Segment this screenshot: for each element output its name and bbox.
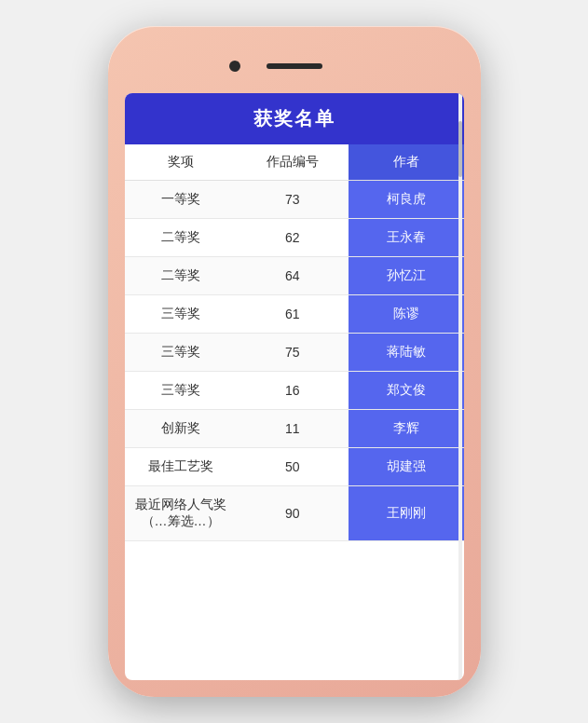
table-row: 最佳工艺奖50胡建强 (125, 448, 464, 486)
table-row: 二等奖64孙忆江 (125, 257, 464, 295)
scrollbar-thumb[interactable] (458, 121, 462, 177)
table-title: 获奖名单 (125, 93, 464, 144)
header-author: 作者 (349, 144, 464, 181)
table-row: 三等奖16郑文俊 (125, 372, 464, 410)
cell-id: 75 (237, 334, 349, 372)
cell-award: 三等奖 (125, 334, 237, 372)
phone-top-bar (125, 43, 464, 89)
table-row: 一等奖73柯良虎 (125, 181, 464, 219)
header-id: 作品编号 (237, 144, 349, 181)
awards-table: 奖项 作品编号 作者 一等奖73柯良虎二等奖62王永春二等奖64孙忆江三等奖61… (125, 144, 464, 541)
cell-id: 73 (237, 181, 349, 219)
cell-award: 最近网络人气奖（…筹选…） (125, 486, 237, 541)
cell-author: 胡建强 (349, 448, 464, 486)
cell-id: 50 (237, 448, 349, 486)
cell-author: 王永春 (349, 219, 464, 257)
phone-screen: 获奖名单 奖项 作品编号 作者 一等奖73柯良虎二等奖62王永春二等奖64孙忆江… (125, 93, 464, 680)
cell-award: 三等奖 (125, 372, 237, 410)
cell-id: 16 (237, 372, 349, 410)
phone-camera-icon (229, 61, 240, 72)
table-row: 创新奖11李辉 (125, 410, 464, 448)
table-row: 三等奖61陈谬 (125, 295, 464, 334)
cell-award: 二等奖 (125, 219, 237, 257)
table-row: 最近网络人气奖（…筹选…）90王刚刚 (125, 486, 464, 541)
cell-author: 李辉 (349, 410, 464, 448)
cell-id: 61 (237, 295, 349, 334)
cell-author: 蒋陆敏 (349, 334, 464, 372)
cell-author: 郑文俊 (349, 372, 464, 410)
cell-author: 陈谬 (349, 295, 464, 334)
scrollbar[interactable] (458, 93, 462, 680)
screen-content[interactable]: 获奖名单 奖项 作品编号 作者 一等奖73柯良虎二等奖62王永春二等奖64孙忆江… (125, 93, 464, 680)
header-award: 奖项 (125, 144, 237, 181)
phone-frame: 获奖名单 奖项 作品编号 作者 一等奖73柯良虎二等奖62王永春二等奖64孙忆江… (108, 26, 481, 697)
cell-award: 三等奖 (125, 295, 237, 334)
cell-award: 一等奖 (125, 181, 237, 219)
cell-author: 孙忆江 (349, 257, 464, 295)
cell-author: 柯良虎 (349, 181, 464, 219)
table-row: 三等奖75蒋陆敏 (125, 334, 464, 372)
phone-speaker (267, 63, 322, 69)
cell-award: 二等奖 (125, 257, 237, 295)
cell-id: 64 (237, 257, 349, 295)
cell-author: 王刚刚 (349, 486, 464, 541)
cell-id: 11 (237, 410, 349, 448)
cell-id: 90 (237, 486, 349, 541)
table-row: 二等奖62王永春 (125, 219, 464, 257)
cell-award: 创新奖 (125, 410, 237, 448)
cell-id: 62 (237, 219, 349, 257)
cell-award: 最佳工艺奖 (125, 448, 237, 486)
